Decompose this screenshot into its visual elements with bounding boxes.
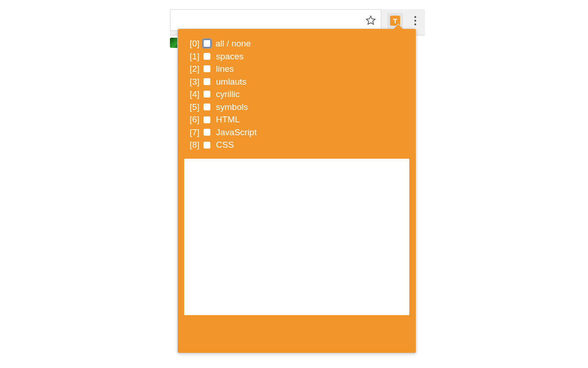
option-index: [1] — [190, 50, 204, 63]
option-html: [6] HTML — [190, 113, 410, 126]
checkbox-umlauts[interactable] — [204, 78, 210, 85]
option-index: [8] — [190, 138, 204, 151]
option-label[interactable]: umlauts — [216, 75, 247, 88]
checkbox-css[interactable] — [204, 142, 210, 149]
option-index: [7] — [190, 126, 204, 139]
checkbox-all-none[interactable] — [203, 40, 211, 47]
option-index: [0] — [190, 37, 204, 50]
option-umlauts: [3] umlauts — [190, 75, 410, 88]
svg-marker-0 — [367, 16, 375, 24]
bookmark-star-icon[interactable] — [365, 15, 376, 26]
option-all-none: [0] all / none — [190, 37, 410, 50]
option-cyrillic: [4] cyrillic — [190, 88, 410, 101]
option-label[interactable]: spaces — [216, 50, 243, 63]
option-label[interactable]: cyrillic — [216, 88, 240, 101]
checkbox-cyrillic[interactable] — [204, 91, 210, 98]
browser-menu-icon[interactable] — [411, 15, 420, 26]
option-label[interactable]: all / none — [215, 37, 251, 50]
checkbox-spaces[interactable] — [204, 53, 210, 60]
option-index: [5] — [190, 101, 204, 114]
checkbox-lines[interactable] — [204, 65, 210, 72]
checkbox-html[interactable] — [204, 116, 210, 123]
option-index: [2] — [190, 63, 204, 75]
option-label[interactable]: symbols — [216, 101, 248, 114]
popup-pointer — [394, 24, 403, 29]
checkbox-symbols[interactable] — [204, 104, 210, 110]
option-javascript: [7] JavaScript — [190, 126, 410, 139]
option-label[interactable]: HTML — [216, 113, 240, 126]
option-lines: [2] lines — [190, 63, 410, 75]
option-index: [4] — [190, 88, 204, 101]
option-symbols: [5] symbols — [190, 101, 410, 114]
option-css: [8] CSS — [190, 138, 410, 151]
extension-popup: [0] all / none [1] spaces [2] lines [3] … — [177, 29, 416, 353]
options-list: [0] all / none [1] spaces [2] lines [3] … — [178, 29, 416, 153]
option-label[interactable]: lines — [216, 63, 234, 75]
option-label[interactable]: JavaScript — [216, 126, 257, 139]
option-spaces: [1] spaces — [190, 50, 410, 63]
omnibox[interactable] — [170, 9, 381, 31]
preview-area[interactable] — [184, 159, 409, 315]
option-label[interactable]: CSS — [216, 138, 234, 151]
option-index: [3] — [190, 75, 204, 88]
checkbox-javascript[interactable] — [204, 129, 210, 136]
option-index: [6] — [190, 113, 204, 126]
